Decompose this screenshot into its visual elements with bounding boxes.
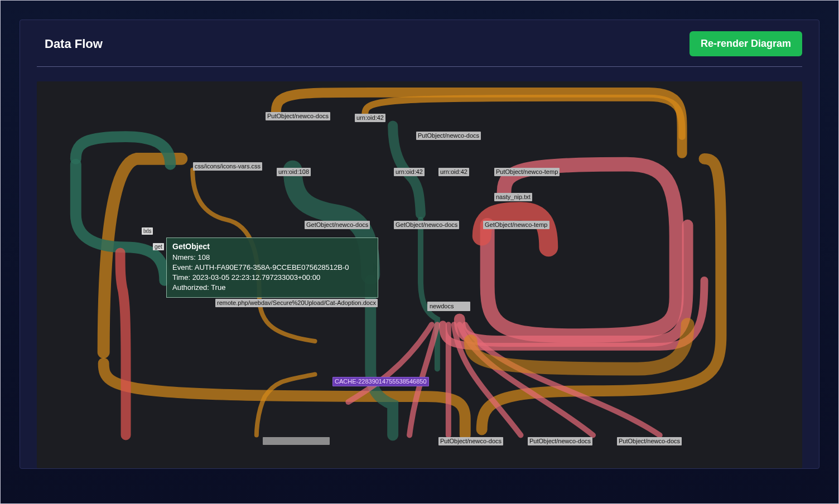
- panel-title: Data Flow: [45, 37, 103, 51]
- node-getobject-temp[interactable]: GetObject/newco-temp: [483, 221, 549, 229]
- diagram-canvas[interactable]: css/icons/icons-vars.css PutObject/newco…: [37, 81, 802, 468]
- node-tooltip: GetObject Nmers: 108 Event: AUTH-FA90E77…: [166, 238, 378, 298]
- panel-header: Data Flow Re-render Diagram: [20, 20, 819, 66]
- node-getobject-docs-2[interactable]: GetObject/newco-docs: [394, 221, 459, 229]
- app-frame: Data Flow Re-render Diagram: [0, 0, 839, 504]
- node-putobject-b3[interactable]: PutObject/newco-docs: [617, 437, 682, 445]
- tag-left[interactable]: lxls: [142, 227, 153, 235]
- node-urn-oid-42-top[interactable]: urn:oid:42: [355, 114, 385, 122]
- node-urn-oid-108[interactable]: urn:oid:108: [277, 168, 311, 176]
- node-putobject-top[interactable]: PutObject/newco-docs: [266, 112, 330, 120]
- node-putobject-b2[interactable]: PutObject/newco-docs: [528, 437, 592, 445]
- node-remote-php[interactable]: remote.php/webdav/Secure%20Upload/Cat-Ad…: [215, 299, 378, 307]
- node-css-icons[interactable]: css/icons/icons-vars.css: [193, 162, 262, 171]
- node-bottom-dim[interactable]: [263, 437, 330, 445]
- header-divider: [37, 66, 802, 67]
- tooltip-authorized: Authorized: True: [172, 283, 369, 293]
- node-cache[interactable]: CACHE-22839014755538546850: [332, 377, 429, 386]
- node-newdocs[interactable]: newdocs: [427, 302, 470, 311]
- node-getobject-docs-1[interactable]: GetObject/newco-docs: [305, 221, 370, 229]
- node-urn-oid-42-m1[interactable]: urn:oid:42: [394, 168, 425, 176]
- data-flow-panel: Data Flow Re-render Diagram: [20, 20, 819, 469]
- node-putobject-newco-temp[interactable]: PutObject/newco-temp: [494, 168, 560, 176]
- tooltip-title: GetObject: [172, 241, 369, 253]
- node-putobject-right[interactable]: PutObject/newco-docs: [416, 132, 481, 140]
- node-nasty-nip[interactable]: nasty_nip.txt: [494, 193, 532, 201]
- tooltip-event: Event: AUTH-FA90E776-358A-9CCEBE07562851…: [172, 263, 369, 273]
- node-urn-oid-42-m2[interactable]: urn:oid:42: [438, 168, 469, 176]
- rerender-button[interactable]: Re-render Diagram: [689, 31, 802, 56]
- node-putobject-b1[interactable]: PutObject/newco-docs: [438, 437, 503, 445]
- tooltip-time: Time: 2023-03-05 22:23:12.797233003+00:0…: [172, 273, 369, 283]
- tag-get[interactable]: get: [153, 243, 164, 250]
- tooltip-nmers: Nmers: 108: [172, 253, 369, 263]
